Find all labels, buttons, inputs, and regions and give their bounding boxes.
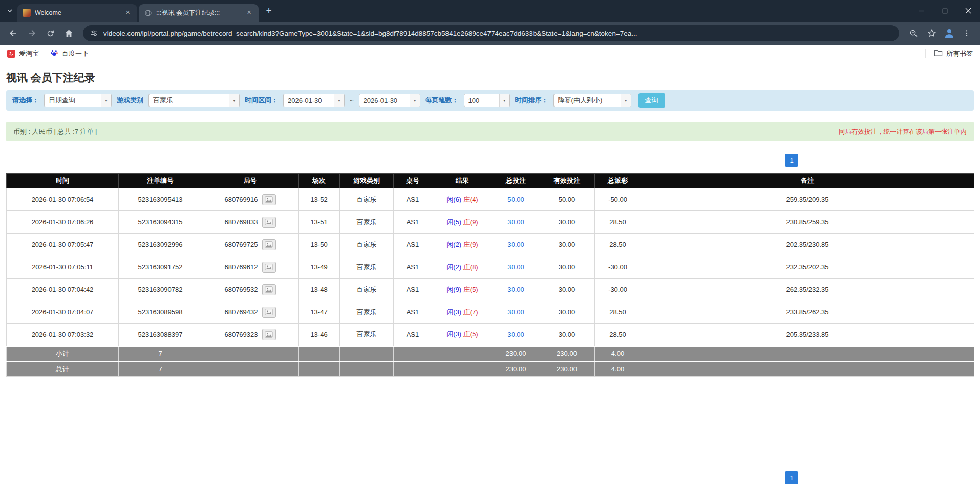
bookmark-star-button[interactable]: [924, 25, 940, 41]
round-image-icon[interactable]: [262, 329, 276, 340]
result-player: 闲(3): [446, 308, 461, 316]
cell-time: 2026-01-30 07:06:26: [7, 211, 119, 234]
home-button[interactable]: [60, 25, 77, 41]
total-bet-link[interactable]: 50.00: [507, 196, 524, 203]
new-tab-button[interactable]: +: [262, 4, 276, 18]
back-button[interactable]: [5, 25, 22, 41]
bookmarks-bar: 爱淘宝 百度一下 所有书签: [0, 45, 980, 62]
cell-payout: -50.00: [595, 188, 641, 211]
chevron-down-icon: ▼: [499, 94, 509, 107]
footer-cell: 4.00: [595, 346, 641, 362]
cell-game-type: 百家乐: [340, 279, 394, 301]
game-type-value: 百家乐: [149, 94, 229, 107]
tab-close-icon[interactable]: ×: [245, 9, 253, 17]
date-to-select[interactable]: 2026-01-30 ▼: [359, 94, 420, 107]
sort-select[interactable]: 降幂(由大到小) ▼: [553, 94, 631, 107]
cell-bet-id: 523163091752: [119, 256, 202, 279]
cell-game-type: 百家乐: [340, 301, 394, 324]
table-row: 2026-01-30 07:04:07523163089598680769432…: [7, 301, 974, 324]
person-icon: [943, 27, 955, 39]
table-row: 2026-01-30 07:06:26523163094315680769833…: [7, 211, 974, 234]
footer-cell: [394, 346, 432, 362]
address-bar[interactable]: videoie.com/ipl/portal.php/game/betrecor…: [83, 25, 899, 41]
column-header: 场次: [299, 174, 340, 188]
date-from-select[interactable]: 2026-01-30 ▼: [283, 94, 345, 107]
summary-bar: 币别 : 人民币 | 总共 :7 注单 | 同局有效投注，统一计算在该局第一张注…: [6, 122, 974, 141]
round-id: 680769833: [224, 218, 258, 226]
footer-cell: 4.00: [595, 362, 641, 377]
cell-time: 2026-01-30 07:04:42: [7, 279, 119, 301]
cell-session: 13-46: [299, 324, 340, 346]
round-image-icon[interactable]: [262, 194, 276, 205]
cell-note: 205.35/233.85: [641, 324, 974, 346]
cell-bet-id: 523163090782: [119, 279, 202, 301]
cell-result: 闲(3) 庄(5): [432, 324, 493, 346]
tab-betrecord[interactable]: :::视讯 会员下注纪录::: ×: [139, 4, 259, 22]
footer-label: 总计: [7, 362, 119, 377]
pagination-page-1-top[interactable]: 1: [785, 154, 798, 167]
column-header: 总投注: [493, 174, 539, 188]
total-bet-link[interactable]: 30.00: [507, 331, 524, 338]
footer-cell: [432, 346, 493, 362]
query-type-label: 请选择：: [12, 96, 39, 105]
result-player: 闲(2): [446, 263, 461, 271]
cell-bet-id: 523163089598: [119, 301, 202, 324]
game-type-select[interactable]: 百家乐 ▼: [148, 94, 240, 107]
total-bet-link[interactable]: 30.00: [507, 218, 524, 226]
cell-valid-bet: 50.00: [539, 188, 595, 211]
site-info-icon: [90, 29, 98, 37]
notice-text: 同局有效投注，统一计算在该局第一张注单内: [839, 128, 967, 136]
tab-close-icon[interactable]: ×: [123, 9, 132, 17]
search-button[interactable]: 查询: [638, 93, 665, 108]
cell-round-id: 680769833: [202, 211, 299, 234]
footer-cell: [340, 362, 394, 377]
cell-round-id: 680769323: [202, 324, 299, 346]
window-controls: [909, 0, 980, 22]
column-header: 备注: [641, 174, 974, 188]
footer-label: 小计: [7, 346, 119, 362]
cell-session: 13-52: [299, 188, 340, 211]
zoom-button[interactable]: [905, 25, 922, 41]
bookmark-aitaobao[interactable]: 爱淘宝: [7, 49, 39, 58]
cell-payout: 28.50: [595, 211, 641, 234]
bookmark-baidu[interactable]: 百度一下: [50, 49, 89, 58]
column-header: 总派彩: [595, 174, 641, 188]
footer-cell: [641, 346, 974, 362]
round-image-icon[interactable]: [262, 239, 276, 250]
cell-valid-bet: 30.00: [539, 211, 595, 234]
total-bet-link[interactable]: 30.00: [507, 286, 524, 293]
round-image-icon[interactable]: [262, 217, 276, 228]
cell-table-no: AS1: [394, 301, 432, 324]
footer-cell: 230.00: [493, 362, 539, 377]
query-type-select[interactable]: 日期查询 ▼: [44, 94, 112, 107]
forward-button[interactable]: [24, 25, 40, 41]
total-bet-link[interactable]: 30.00: [507, 241, 524, 248]
round-image-icon[interactable]: [262, 307, 276, 318]
maximize-button[interactable]: [933, 0, 956, 22]
per-page-select[interactable]: 100 ▼: [464, 94, 510, 107]
profile-avatar[interactable]: [942, 26, 956, 40]
cell-game-type: 百家乐: [340, 211, 394, 234]
refresh-button[interactable]: [42, 25, 58, 41]
cell-total-bet: 30.00: [493, 256, 539, 279]
browser-menu-button[interactable]: [958, 25, 975, 41]
tab-search-button[interactable]: [2, 2, 17, 19]
table-row: 2026-01-30 07:05:47523163092996680769725…: [7, 234, 974, 256]
round-image-icon[interactable]: [262, 284, 276, 295]
minimize-button[interactable]: [909, 0, 933, 22]
tab-welcome[interactable]: Welcome ×: [17, 4, 137, 22]
close-window-button[interactable]: [956, 0, 980, 22]
all-bookmarks-button[interactable]: 所有书签: [925, 49, 973, 58]
total-bet-link[interactable]: 30.00: [507, 263, 524, 271]
column-header: 注单编号: [119, 174, 202, 188]
column-header: 结果: [432, 174, 493, 188]
pagination-page-1-bottom[interactable]: 1: [785, 471, 798, 484]
cell-total-bet: 30.00: [493, 279, 539, 301]
total-bet-link[interactable]: 30.00: [507, 308, 524, 316]
cell-payout: 28.50: [595, 234, 641, 256]
round-image-icon[interactable]: [262, 262, 276, 273]
per-page-label: 每页笔数：: [425, 96, 459, 105]
cell-note: 262.35/232.35: [641, 279, 974, 301]
column-header: 有效投注: [539, 174, 595, 188]
result-player: 闲(6): [446, 196, 461, 203]
